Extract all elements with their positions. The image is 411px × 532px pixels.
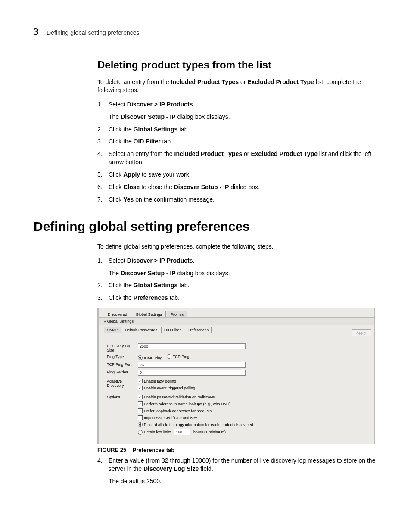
tab-oid-filter[interactable]: OID Filter xyxy=(161,327,184,333)
check-name-lookups[interactable]: Perform address to name lookups (e.g., w… xyxy=(138,401,366,406)
section-label: IP Global Settings xyxy=(99,317,374,325)
label-adaptive-discovery: Adaptive Discovery xyxy=(107,379,138,388)
tab-default-passwords[interactable]: Default Passwords xyxy=(122,327,160,333)
steps-list: 1. Select Discover > IP Products. The Di… xyxy=(97,257,377,302)
intro-paragraph: To delete an entry from the Included Pro… xyxy=(97,78,377,94)
input-tcp-ping-port[interactable]: 23 xyxy=(138,362,246,368)
radio-retain-lost-links[interactable]: Retain lost links 168 hours (1 minimum) xyxy=(138,429,366,435)
input-retain-hours[interactable]: 168 xyxy=(174,429,190,435)
chapter-number: 3 xyxy=(34,26,39,37)
label-tcp-ping-port: TCP Ping Port xyxy=(107,362,138,367)
tab-preferences[interactable]: Preferences xyxy=(185,327,212,333)
intro-paragraph: To define global setting preferences, co… xyxy=(97,243,377,251)
steps-list-continued: 4. Enter a value (from 32 through 10000)… xyxy=(97,457,377,485)
label-options: Options xyxy=(107,395,138,399)
h1-heading: Defining global setting preferences xyxy=(34,219,377,234)
tab-discovered[interactable]: Discovered xyxy=(104,311,131,317)
figure-preferences-tab: Discovered Global Settings Profiles IP G… xyxy=(97,308,377,453)
inner-tab-row: SNMP Default Passwords OID Filter Prefer… xyxy=(99,325,374,333)
radio-tcp-ping[interactable]: TCP Ping xyxy=(167,354,189,359)
tab-snmp[interactable]: SNMP xyxy=(104,327,121,333)
section-heading: Deleting product types from the list xyxy=(97,59,377,71)
input-ping-retries[interactable]: 0 xyxy=(138,370,246,376)
figure-caption: FIGURE 25 Preferences tab xyxy=(97,447,377,453)
input-discovery-log-size[interactable]: 2500 xyxy=(138,343,246,349)
check-import-ssl[interactable]: Import SSL Certificate and Key xyxy=(138,415,366,420)
apply-button[interactable]: Apply xyxy=(352,329,371,336)
running-header-text: Defining global setting preferences xyxy=(47,29,140,36)
tab-profiles[interactable]: Profiles xyxy=(167,311,187,317)
outer-tab-row: Discovered Global Settings Profiles xyxy=(99,308,374,317)
running-header: 3 Defining global setting preferences xyxy=(34,26,377,37)
dialog-discover-setup: Discovered Global Settings Profiles IP G… xyxy=(97,308,375,444)
check-enable-event-polling[interactable]: Enable event triggered polling xyxy=(138,386,366,390)
check-prefer-loopback[interactable]: Prefer loopback addresses for products xyxy=(138,408,366,413)
steps-list: 1. Select Discover > IP Products. The Di… xyxy=(97,100,377,204)
check-enable-lazy-polling[interactable]: Enable lazy polling xyxy=(138,379,366,383)
label-ping-retries: Ping Retries xyxy=(107,370,138,374)
label-ping-type: Ping Type xyxy=(107,354,138,359)
radio-discard-topology[interactable]: Discard all old topology information for… xyxy=(138,422,366,427)
radio-icmp-ping[interactable]: ICMP Ping xyxy=(138,355,162,360)
label-discovery-log-size: Discovery Log Size xyxy=(107,343,138,352)
check-password-validation[interactable]: Enable password validation on rediscover xyxy=(138,395,366,399)
tab-global-settings[interactable]: Global Settings xyxy=(132,311,166,317)
